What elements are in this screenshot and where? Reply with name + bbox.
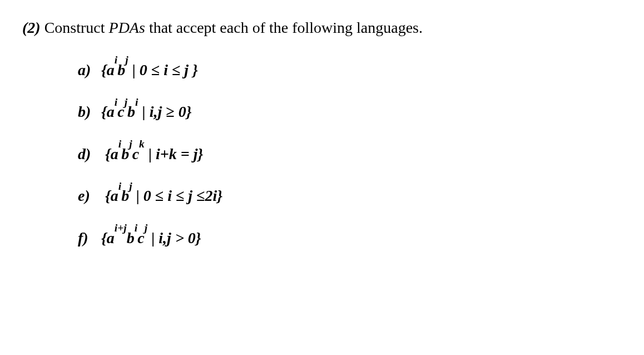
open-brace: { [101,229,107,246]
base-f3: c [137,229,144,246]
base-d3: c [132,145,139,162]
base-f1: a [107,229,115,246]
exp-d3: k [139,138,145,150]
base-e2: b [121,187,129,204]
open-brace: { [105,187,111,204]
base-f2: b [127,229,135,246]
option-label-f: f) [78,227,97,249]
exp-d2: j [129,138,132,150]
cond-d: | i+k = j} [145,145,203,162]
base-b3: b [127,103,135,120]
base-d2: b [121,145,129,162]
exp-f2: i [135,222,137,234]
option-f: f) {ai+jbicj | i,j > 0} [78,226,622,249]
options-container: a) {aibj | 0 ≤ i ≤ j } b) {aicjbi | i,j … [22,58,622,249]
exp-f3: j [145,222,147,234]
base-b1: a [107,103,115,120]
option-label-d: d) [78,143,97,165]
option-b: b) {aicjbi | i,j ≥ 0} [78,100,622,123]
math-expr-d: {aibjck | i+k = j} [105,145,203,162]
option-label-b: b) [78,101,97,122]
math-expr-f: {ai+jbicj | i,j > 0} [101,229,201,246]
base-d1: a [111,145,118,162]
exp-e1: i [118,180,121,192]
exp-d1: i [118,138,121,150]
base-a2: b [117,61,125,78]
cond-a: | 0 ≤ i ≤ j } [128,61,198,78]
option-label-e: e) [78,185,97,206]
base-e1: a [111,187,118,204]
exp-b3: i [135,96,138,108]
header-text-post: that accept each of the following langua… [145,19,423,36]
math-expr-e: {aibj | 0 ≤ i ≤ j ≤2i} [105,187,222,204]
exp-a1: i [115,54,117,66]
option-label-a: a) [78,59,97,81]
open-brace: { [101,61,107,78]
cond-e: | 0 ≤ i ≤ j ≤2i} [132,187,222,204]
math-expr-b: {aicjbi | i,j ≥ 0} [101,103,191,120]
exp-e2: j [129,180,132,192]
option-e: e) {aibj | 0 ≤ i ≤ j ≤2i} [78,184,622,207]
math-expr-a: {aibj | 0 ≤ i ≤ j } [101,61,198,78]
header-text-pre: Construct [41,19,109,36]
exp-f1: i+j [115,222,127,234]
open-brace: { [101,103,107,120]
question-header: (2) Construct PDAs that accept each of t… [22,17,622,38]
acronym: PDAs [109,19,145,36]
question-number: (2) [22,19,41,36]
open-brace: { [105,145,111,162]
exp-b1: i [115,96,117,108]
option-a: a) {aibj | 0 ≤ i ≤ j } [78,58,622,81]
cond-f: | i,j > 0} [147,229,201,246]
cond-b: | i,j ≥ 0} [138,103,192,120]
exp-b2: j [125,96,127,108]
exp-a2: j [125,54,128,66]
option-d: d) {aibjck | i+k = j} [78,142,622,165]
base-b2: c [117,103,124,120]
base-a1: a [107,61,115,78]
